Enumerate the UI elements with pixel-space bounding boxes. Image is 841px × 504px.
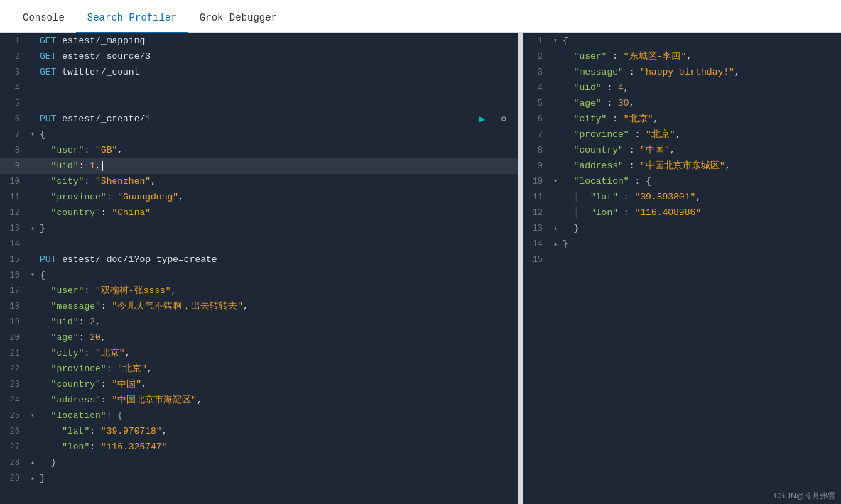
line-fold-indicator[interactable]: ▾: [28, 268, 37, 283]
editor-line-27: 27 "lon": "116.325747": [0, 439, 518, 455]
line-number: 8: [0, 143, 28, 158]
editor-line-14: 14: [0, 236, 518, 252]
line-content: PUT estest/_create/1: [37, 111, 518, 127]
line-content: "user" : "东城区-李四",: [560, 49, 841, 65]
line-actions: ▶⚙: [474, 111, 512, 128]
line-content: "city": "Shenzhen",: [37, 174, 518, 190]
line-number: 13: [0, 221, 28, 236]
editor-line-23: 23 "country": "中国",: [0, 377, 518, 393]
line-content: "age" : 30,: [560, 96, 841, 111]
line-fold-indicator[interactable]: ▾: [551, 33, 560, 49]
response-line-9: 9 "address" : "中国北京市东城区",: [523, 158, 841, 174]
line-content: │ "lat" : "39.893801",: [560, 190, 841, 205]
response-line-5: 5 "age" : 30,: [523, 96, 841, 111]
url-path: estest/_source/3: [62, 51, 151, 62]
http-method: GET: [40, 35, 62, 46]
line-content: "city" : "北京",: [560, 111, 841, 127]
editor-line-8: 8 "user": "GB",: [0, 143, 518, 158]
text-cursor: [102, 161, 103, 171]
editor-line-10: 10 "city": "Shenzhen",: [0, 174, 518, 190]
line-number: 4: [523, 80, 551, 96]
response-line-14: 14▴}: [523, 236, 841, 252]
line-number: 26: [0, 424, 28, 439]
line-content: GET estest/_source/3: [37, 49, 518, 65]
line-number: 14: [0, 236, 28, 252]
tab-grok-debugger[interactable]: Grok Debugger: [188, 4, 288, 33]
tab-console[interactable]: Console: [11, 4, 76, 33]
http-method: GET: [40, 67, 62, 77]
run-button[interactable]: ▶: [474, 111, 491, 128]
line-fold-indicator[interactable]: ▾: [28, 127, 37, 143]
url-path: estest/_doc/1?op_type=create: [62, 254, 217, 265]
line-content: "country" : "中国",: [560, 143, 841, 158]
line-fold-indicator[interactable]: ▾: [28, 408, 37, 424]
line-content: "province": "北京",: [37, 361, 518, 377]
line-fold-indicator[interactable]: ▴: [28, 455, 37, 471]
line-fold-indicator[interactable]: ▴: [551, 221, 560, 236]
editor-line-3: 3 GET twitter/_count: [0, 65, 518, 80]
editor-line-21: 21 "city": "北京",: [0, 346, 518, 361]
editor-line-11: 11 "province": "Guangdong",: [0, 190, 518, 205]
line-number: 4: [0, 80, 28, 96]
line-number: 12: [523, 205, 551, 221]
line-content: "country": "China": [37, 205, 518, 221]
line-content: "uid" : 4,: [560, 80, 841, 96]
main-content: 1 GET estest/_mapping2 GET estest/_sourc…: [0, 33, 841, 504]
http-method: PUT: [40, 254, 62, 265]
editor-pane: 1 GET estest/_mapping2 GET estest/_sourc…: [0, 33, 519, 504]
line-number: 5: [0, 96, 28, 111]
editor-line-15: 15 PUT estest/_doc/1?op_type=create: [0, 252, 518, 268]
editor-line-24: 24 "address": "中国北京市海淀区",: [0, 393, 518, 408]
http-method: PUT: [40, 114, 62, 124]
line-number: 3: [0, 65, 28, 80]
line-content: │ "lon" : "116.408986": [560, 205, 841, 221]
editor-line-28: 28▴ }: [0, 455, 518, 471]
line-number: 19: [0, 314, 28, 330]
tab-search-profiler[interactable]: Search Profiler: [76, 4, 188, 33]
line-content: "uid": 1,: [37, 158, 518, 174]
http-method: GET: [40, 51, 62, 62]
line-content: "country": "中国",: [37, 377, 518, 393]
response-scroll[interactable]: 1▾{2 "user" : "东城区-李四",3 "message" : "ha…: [523, 33, 841, 504]
line-content: }: [560, 221, 841, 236]
line-number: 5: [523, 96, 551, 111]
response-line-13: 13▴ }: [523, 221, 841, 236]
line-fold-indicator[interactable]: ▴: [551, 236, 560, 252]
editor-line-20: 20 "age": 20,: [0, 330, 518, 346]
editor-line-9: 9 "uid": 1,: [0, 158, 518, 174]
response-line-11: 11 │ "lat" : "39.893801",: [523, 190, 841, 205]
line-number: 9: [523, 158, 551, 174]
line-content: "location": {: [37, 408, 518, 424]
line-content: }: [37, 471, 518, 486]
settings-button[interactable]: ⚙: [495, 111, 512, 128]
line-content: "uid": 2,: [37, 314, 518, 330]
line-content: "province" : "北京",: [560, 127, 841, 143]
response-line-2: 2 "user" : "东城区-李四",: [523, 49, 841, 65]
line-content: "address": "中国北京市海淀区",: [37, 393, 518, 408]
line-number: 15: [0, 252, 28, 268]
url-path: twitter/_count: [62, 67, 139, 77]
response-line-3: 3 "message" : "happy birthday!",: [523, 65, 841, 80]
editor-line-2: 2 GET estest/_source/3: [0, 49, 518, 65]
line-fold-indicator[interactable]: ▴: [28, 471, 37, 486]
line-content: "message": "今儿天气不错啊，出去转转去",: [37, 299, 518, 314]
line-content: GET estest/_mapping: [37, 33, 518, 49]
line-number: 11: [0, 190, 28, 205]
editor-line-5: 5: [0, 96, 518, 111]
line-number: 7: [523, 127, 551, 143]
editor-line-1: 1 GET estest/_mapping: [0, 33, 518, 49]
response-line-4: 4 "uid" : 4,: [523, 80, 841, 96]
editor-line-7: 7▾{: [0, 127, 518, 143]
line-content: "lon": "116.325747": [37, 439, 518, 455]
editor-line-19: 19 "uid": 2,: [0, 314, 518, 330]
line-fold-indicator[interactable]: ▴: [28, 221, 37, 236]
response-line-7: 7 "province" : "北京",: [523, 127, 841, 143]
line-fold-indicator[interactable]: ▾: [551, 174, 560, 190]
watermark: CSDN@冷月弗雪: [774, 491, 835, 501]
line-number: 14: [523, 236, 551, 252]
line-number: 20: [0, 330, 28, 346]
line-content: "message" : "happy birthday!",: [560, 65, 841, 80]
line-number: 24: [0, 393, 28, 408]
editor-scroll[interactable]: 1 GET estest/_mapping2 GET estest/_sourc…: [0, 33, 518, 504]
line-content: {: [560, 33, 841, 49]
